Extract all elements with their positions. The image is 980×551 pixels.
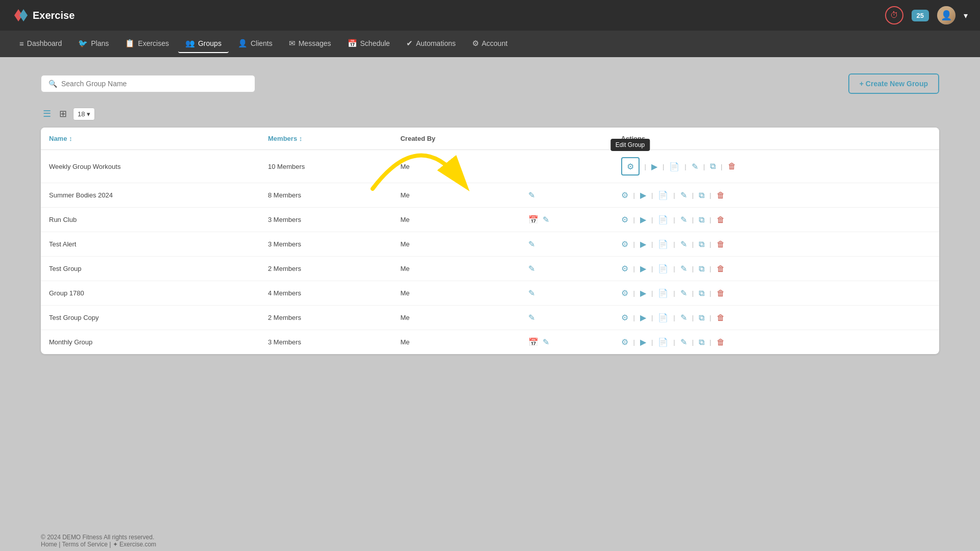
gear-icon[interactable]: ⚙ bbox=[621, 215, 628, 224]
navbar: ≡ Dashboard 🐦 Plans 📋 Exercises 👥 Groups… bbox=[0, 31, 980, 57]
divider4: | bbox=[692, 338, 694, 346]
edit-link-icon[interactable]: ✎ bbox=[528, 240, 535, 248]
document-icon[interactable]: 📄 bbox=[658, 313, 668, 322]
calendar-icon[interactable]: 📅 bbox=[528, 215, 538, 224]
divider5: | bbox=[709, 216, 711, 223]
per-page-value: 18 bbox=[78, 110, 85, 118]
nav-dashboard[interactable]: ≡ Dashboard bbox=[12, 35, 69, 53]
gear-icon[interactable]: ⚙ bbox=[621, 190, 628, 200]
list-view-button[interactable]: ☰ bbox=[41, 106, 53, 121]
divider3: | bbox=[684, 163, 686, 170]
timer-button[interactable]: ⏱ bbox=[885, 6, 903, 24]
video-icon[interactable]: ▶ bbox=[640, 264, 646, 273]
nav-messages-label: Messages bbox=[299, 39, 331, 47]
footer-site-link[interactable]: Exercise.com bbox=[119, 541, 156, 548]
document-icon[interactable]: 📄 bbox=[669, 162, 679, 171]
copy-icon[interactable]: ⧉ bbox=[699, 215, 704, 224]
edit-icon[interactable]: ✎ bbox=[692, 162, 698, 171]
per-page-selector[interactable]: 18 ▾ bbox=[73, 108, 95, 120]
cell-name: Summer Bodies 2024 bbox=[41, 183, 260, 208]
copy-icon[interactable]: ⧉ bbox=[699, 264, 704, 273]
edit-icon[interactable]: ✎ bbox=[680, 190, 687, 200]
table-row: Monthly Group3 MembersMe📅✎⚙|▶|📄|✎|⧉|🗑 bbox=[41, 330, 939, 355]
copy-icon[interactable]: ⧉ bbox=[699, 191, 704, 200]
gear-icon[interactable]: ⚙ bbox=[621, 264, 628, 273]
edit-icon[interactable]: ✎ bbox=[680, 313, 687, 322]
gear-icon[interactable]: ⚙ bbox=[621, 288, 628, 298]
create-new-group-button[interactable]: + Create New Group bbox=[848, 73, 939, 94]
document-icon[interactable]: 📄 bbox=[658, 215, 668, 224]
edit-icon[interactable]: ✎ bbox=[680, 337, 687, 347]
delete-icon[interactable]: 🗑 bbox=[717, 289, 725, 298]
edit-link-icon[interactable]: ✎ bbox=[543, 338, 549, 346]
edit-link-icon[interactable]: ✎ bbox=[528, 289, 535, 297]
footer-terms-link[interactable]: Terms of Service bbox=[62, 541, 108, 548]
delete-icon[interactable]: 🗑 bbox=[728, 162, 736, 171]
cell-name: Weekly Group Workouts bbox=[41, 150, 260, 183]
video-icon[interactable]: ▶ bbox=[640, 190, 646, 200]
exercises-icon: 📋 bbox=[125, 39, 135, 48]
app-logo: Exercise bbox=[12, 7, 75, 23]
nav-schedule[interactable]: 📅 Schedule bbox=[340, 35, 397, 53]
avatar-dropdown-icon[interactable]: ▾ bbox=[964, 11, 968, 20]
copy-icon[interactable]: ⧉ bbox=[699, 240, 704, 249]
nav-account[interactable]: ⚙ Account bbox=[465, 35, 515, 53]
col-members[interactable]: Members ↕ bbox=[260, 128, 392, 150]
col-name[interactable]: Name ↕ bbox=[41, 128, 260, 150]
nav-groups[interactable]: 👥 Groups bbox=[178, 35, 229, 53]
gear-icon[interactable]: ⚙ bbox=[621, 239, 628, 249]
document-icon[interactable]: 📄 bbox=[658, 190, 668, 200]
notification-badge[interactable]: 25 bbox=[912, 10, 929, 21]
video-icon[interactable]: ▶ bbox=[640, 215, 646, 224]
nav-messages[interactable]: ✉ Messages bbox=[282, 35, 338, 53]
cell-actions: Edit Group⚙|▶|📄|✎|⧉|🗑 bbox=[613, 150, 939, 183]
edit-icon[interactable]: ✎ bbox=[680, 239, 687, 249]
video-icon[interactable]: ▶ bbox=[640, 313, 646, 322]
divider3: | bbox=[673, 216, 675, 223]
gear-icon[interactable]: ⚙ bbox=[621, 337, 628, 347]
edit-link-icon[interactable]: ✎ bbox=[528, 264, 535, 273]
edit-icon[interactable]: ✎ bbox=[680, 215, 687, 224]
edit-icon[interactable]: ✎ bbox=[680, 264, 687, 273]
video-icon[interactable]: ▶ bbox=[640, 337, 646, 347]
nav-exercises[interactable]: 📋 Exercises bbox=[118, 35, 176, 53]
grid-view-button[interactable]: ⊞ bbox=[57, 106, 69, 121]
create-btn-label: + Create New Group bbox=[860, 80, 928, 88]
copy-icon[interactable]: ⧉ bbox=[699, 338, 704, 347]
nav-plans[interactable]: 🐦 Plans bbox=[71, 35, 116, 53]
video-icon[interactable]: ▶ bbox=[640, 288, 646, 298]
edit-link-icon[interactable]: ✎ bbox=[528, 191, 535, 199]
delete-icon[interactable]: 🗑 bbox=[717, 313, 725, 322]
user-avatar[interactable]: 👤 bbox=[937, 6, 955, 24]
divider4: | bbox=[692, 216, 694, 223]
video-icon[interactable]: ▶ bbox=[651, 162, 657, 171]
divider2: | bbox=[651, 289, 653, 297]
search-input[interactable] bbox=[61, 80, 248, 88]
copy-icon[interactable]: ⧉ bbox=[699, 313, 704, 322]
divider3: | bbox=[673, 191, 675, 199]
nav-clients[interactable]: 👤 Clients bbox=[231, 35, 280, 53]
delete-icon[interactable]: 🗑 bbox=[717, 240, 725, 249]
footer-home-link[interactable]: Home bbox=[41, 541, 57, 548]
edit-icon[interactable]: ✎ bbox=[680, 288, 687, 298]
document-icon[interactable]: 📄 bbox=[658, 264, 668, 273]
copy-icon[interactable]: ⧉ bbox=[699, 289, 704, 298]
cell-members: 2 Members bbox=[260, 306, 392, 330]
action-buttons: ⚙|▶|📄|✎|⧉|🗑 bbox=[621, 264, 931, 273]
delete-icon[interactable]: 🗑 bbox=[717, 338, 725, 347]
delete-icon[interactable]: 🗑 bbox=[717, 264, 725, 273]
divider3: | bbox=[673, 338, 675, 346]
copy-icon[interactable]: ⧉ bbox=[710, 162, 716, 171]
nav-automations[interactable]: ✔ Automations bbox=[399, 35, 463, 53]
document-icon[interactable]: 📄 bbox=[658, 239, 668, 249]
edit-link-icon[interactable]: ✎ bbox=[543, 215, 549, 224]
edit-group-button[interactable]: ⚙ bbox=[621, 157, 640, 176]
document-icon[interactable]: 📄 bbox=[658, 337, 668, 347]
calendar-icon[interactable]: 📅 bbox=[528, 338, 538, 346]
gear-icon[interactable]: ⚙ bbox=[621, 313, 628, 322]
delete-icon[interactable]: 🗑 bbox=[717, 215, 725, 224]
video-icon[interactable]: ▶ bbox=[640, 239, 646, 249]
document-icon[interactable]: 📄 bbox=[658, 288, 668, 298]
edit-link-icon[interactable]: ✎ bbox=[528, 313, 535, 322]
delete-icon[interactable]: 🗑 bbox=[717, 191, 725, 200]
